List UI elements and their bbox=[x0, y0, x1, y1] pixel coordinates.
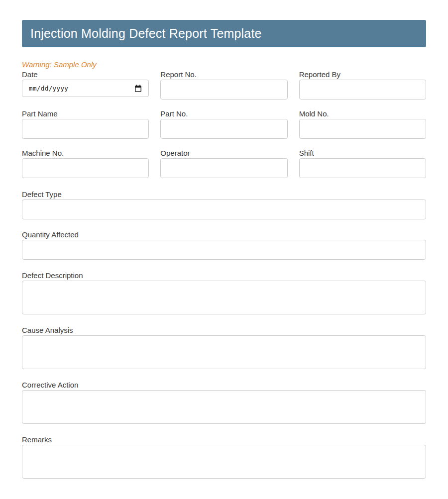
field-corrective-action: Corrective Action bbox=[22, 381, 426, 424]
part-no-input[interactable] bbox=[160, 119, 287, 139]
report-no-label: Report No. bbox=[160, 70, 287, 79]
sample-warning-text: Warning: Sample Only bbox=[22, 61, 426, 69]
machine-no-input[interactable] bbox=[22, 158, 149, 178]
quantity-affected-input[interactable] bbox=[22, 240, 426, 260]
shift-label: Shift bbox=[299, 149, 426, 157]
field-mold-no: Mold No. bbox=[299, 109, 426, 139]
part-name-label: Part Name bbox=[22, 109, 149, 118]
page-title: Injection Molding Defect Report Template bbox=[30, 26, 262, 41]
field-reported-by: Reported By bbox=[299, 70, 426, 100]
corrective-action-textarea[interactable] bbox=[22, 390, 426, 424]
field-defect-type: Defect Type bbox=[22, 190, 426, 219]
field-defect-description: Defect Description bbox=[22, 271, 426, 314]
field-cause-analysis: Cause Analysis bbox=[22, 326, 426, 369]
form-grid-top: Date mm/dd/yyyy Report No. Reported By bbox=[22, 70, 426, 178]
defect-report-page: Injection Molding Defect Report Template… bbox=[22, 0, 426, 499]
field-part-no: Part No. bbox=[160, 109, 287, 139]
defect-description-textarea[interactable] bbox=[22, 281, 426, 314]
field-report-no: Report No. bbox=[160, 70, 287, 100]
field-remarks: Remarks bbox=[22, 435, 426, 479]
corrective-action-label: Corrective Action bbox=[22, 381, 426, 389]
part-no-label: Part No. bbox=[160, 109, 287, 118]
reported-by-input[interactable] bbox=[299, 80, 426, 100]
defect-type-label: Defect Type bbox=[22, 190, 426, 199]
field-operator: Operator bbox=[160, 149, 287, 178]
date-label: Date bbox=[22, 70, 149, 79]
date-input[interactable]: mm/dd/yyyy bbox=[22, 80, 149, 97]
operator-label: Operator bbox=[160, 149, 287, 157]
report-no-input[interactable] bbox=[160, 80, 287, 100]
field-date: Date mm/dd/yyyy bbox=[22, 70, 149, 100]
field-machine-no: Machine No. bbox=[22, 149, 149, 178]
operator-input[interactable] bbox=[160, 158, 287, 178]
defect-type-input[interactable] bbox=[22, 200, 426, 219]
reported-by-label: Reported By bbox=[299, 70, 426, 79]
calendar-icon[interactable] bbox=[134, 85, 142, 93]
date-placeholder: mm/dd/yyyy bbox=[29, 85, 134, 92]
cause-analysis-textarea[interactable] bbox=[22, 335, 426, 369]
mold-no-input[interactable] bbox=[299, 119, 426, 139]
remarks-label: Remarks bbox=[22, 435, 426, 444]
field-shift: Shift bbox=[299, 149, 426, 178]
shift-input[interactable] bbox=[299, 158, 426, 178]
field-part-name: Part Name bbox=[22, 109, 149, 139]
cause-analysis-label: Cause Analysis bbox=[22, 326, 426, 334]
machine-no-label: Machine No. bbox=[22, 149, 149, 157]
quantity-affected-label: Quantity Affected bbox=[22, 230, 426, 239]
page-header: Injection Molding Defect Report Template bbox=[22, 20, 426, 47]
part-name-input[interactable] bbox=[22, 119, 149, 139]
remarks-textarea[interactable] bbox=[22, 445, 426, 479]
field-quantity-affected: Quantity Affected bbox=[22, 230, 426, 260]
mold-no-label: Mold No. bbox=[299, 109, 426, 118]
defect-description-label: Defect Description bbox=[22, 271, 426, 280]
